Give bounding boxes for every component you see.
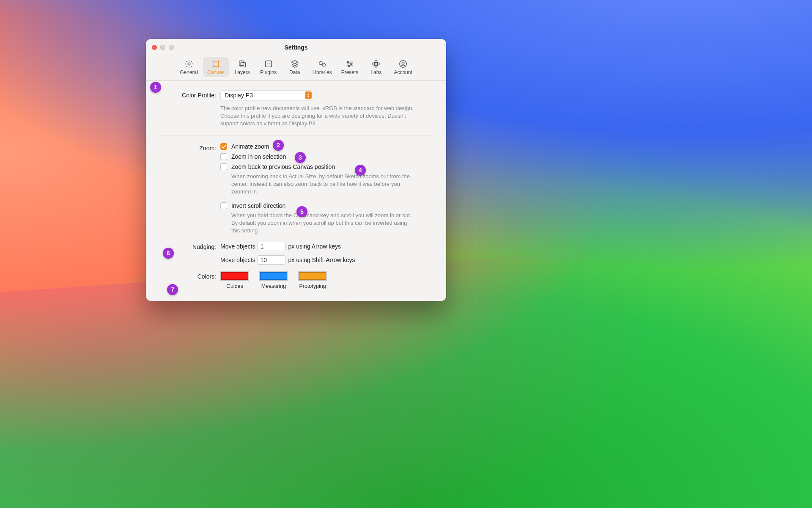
svg-point-5 bbox=[267, 64, 268, 64]
tab-general[interactable]: General bbox=[176, 57, 202, 77]
animate-zoom-label: Animate zoom bbox=[231, 143, 269, 150]
plugins-icon bbox=[264, 59, 273, 69]
settings-toolbar: General Canvas Layers Plugins Data bbox=[146, 56, 446, 81]
tab-plugins[interactable]: Plugins bbox=[256, 57, 281, 77]
zoom-on-selection-label: Zoom in on selection bbox=[231, 153, 286, 160]
libraries-icon bbox=[318, 59, 327, 69]
tab-canvas[interactable]: Canvas bbox=[203, 57, 229, 77]
layers-icon bbox=[238, 59, 247, 69]
tab-label: Account bbox=[394, 69, 412, 75]
svg-point-9 bbox=[348, 61, 349, 63]
divider bbox=[161, 135, 431, 135]
guides-color-swatch[interactable] bbox=[220, 271, 249, 281]
svg-point-0 bbox=[188, 63, 190, 65]
zoom-back-label: Zoom back to previous Canvas position bbox=[231, 163, 335, 170]
annotation-1: 1 bbox=[150, 82, 161, 93]
annotation-6: 6 bbox=[163, 248, 174, 259]
annotation-7: 7 bbox=[167, 284, 178, 295]
tab-presets[interactable]: Presets bbox=[337, 57, 363, 77]
settings-window: Settings General Canvas Layers Plugins bbox=[146, 39, 446, 301]
svg-rect-4 bbox=[265, 61, 272, 67]
annotation-2: 2 bbox=[273, 140, 284, 151]
color-profile-label: Color Profile: bbox=[161, 90, 220, 99]
zoom-on-selection-checkbox[interactable] bbox=[220, 153, 227, 160]
zoom-back-help: When zooming back to Actual Size, by def… bbox=[231, 173, 413, 196]
presets-icon bbox=[345, 59, 354, 69]
gear-icon bbox=[184, 59, 194, 69]
measuring-color-swatch[interactable] bbox=[259, 271, 288, 281]
svg-rect-1 bbox=[213, 61, 219, 67]
nudge-shift-input[interactable]: 10 bbox=[258, 255, 285, 265]
canvas-icon bbox=[211, 59, 220, 69]
svg-point-6 bbox=[269, 64, 270, 64]
settings-content: 1 2 3 4 5 6 7 Color Profile: Display P3 … bbox=[146, 81, 446, 301]
tab-layers[interactable]: Layers bbox=[230, 57, 255, 77]
nudge-shift-suffix: px using Shift-Arrow keys bbox=[288, 257, 355, 263]
annotation-5: 5 bbox=[296, 206, 307, 217]
svg-point-16 bbox=[402, 62, 404, 64]
data-icon bbox=[290, 59, 299, 69]
svg-point-8 bbox=[322, 63, 325, 66]
svg-point-14 bbox=[376, 64, 377, 65]
svg-point-7 bbox=[319, 62, 322, 65]
tab-account[interactable]: Account bbox=[390, 57, 416, 77]
prototyping-color-label: Prototyping bbox=[299, 283, 326, 289]
svg-rect-2 bbox=[239, 61, 244, 66]
tab-label: Layers bbox=[235, 69, 250, 75]
tab-label: Libraries bbox=[313, 69, 332, 75]
prototyping-color-swatch[interactable] bbox=[298, 271, 327, 281]
color-profile-value: Display P3 bbox=[225, 92, 253, 99]
measuring-color-label: Measuring bbox=[261, 283, 286, 289]
svg-point-11 bbox=[348, 65, 350, 67]
zoom-back-checkbox[interactable] bbox=[220, 163, 227, 170]
invert-scroll-label: Invert scroll direction bbox=[231, 202, 285, 209]
invert-scroll-help: When you hold down the Command key and s… bbox=[231, 212, 413, 235]
annotation-3: 3 bbox=[295, 152, 306, 163]
svg-rect-3 bbox=[241, 62, 245, 67]
guides-color-label: Guides bbox=[226, 283, 243, 289]
tab-label: Data bbox=[289, 69, 300, 75]
annotation-4: 4 bbox=[355, 165, 366, 176]
chevron-up-down-icon bbox=[305, 91, 312, 99]
tab-data[interactable]: Data bbox=[282, 57, 307, 77]
color-profile-help: The color profile new documents will use… bbox=[220, 105, 419, 127]
tab-label: Presets bbox=[341, 69, 359, 75]
account-icon bbox=[398, 59, 408, 69]
nudge-arrow-suffix: px using Arrow keys bbox=[288, 243, 341, 250]
tab-label: Plugins bbox=[260, 69, 277, 75]
invert-scroll-checkbox[interactable] bbox=[220, 202, 227, 209]
animate-zoom-checkbox[interactable] bbox=[220, 143, 227, 150]
tab-label: Labs bbox=[370, 69, 381, 75]
tab-libraries[interactable]: Libraries bbox=[308, 57, 336, 77]
colors-label: Colors: bbox=[161, 271, 220, 280]
nudge-move-prefix-1: Move objects bbox=[220, 243, 255, 250]
nudge-move-prefix-2: Move objects bbox=[220, 257, 255, 263]
nudge-arrow-input[interactable]: 1 bbox=[258, 242, 285, 251]
tab-labs[interactable]: Labs bbox=[363, 57, 389, 77]
tab-label: General bbox=[180, 69, 198, 75]
window-title: Settings bbox=[146, 44, 446, 51]
svg-point-10 bbox=[351, 63, 352, 65]
color-profile-select[interactable]: Display P3 bbox=[220, 90, 313, 100]
tab-label: Canvas bbox=[207, 69, 225, 75]
window-titlebar: Settings bbox=[146, 39, 446, 56]
labs-icon bbox=[371, 59, 381, 69]
zoom-label: Zoom: bbox=[161, 143, 220, 152]
